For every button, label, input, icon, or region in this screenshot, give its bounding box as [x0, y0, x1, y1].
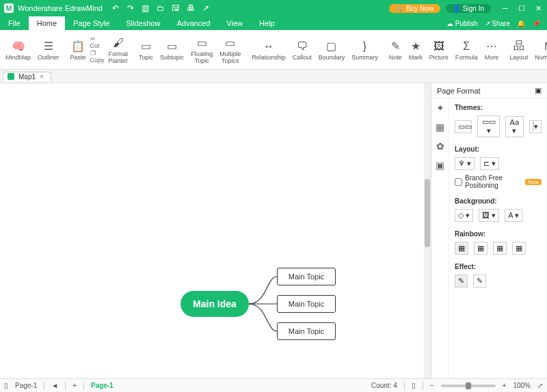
zoom-in-button[interactable]: +	[503, 382, 507, 389]
notification-icon[interactable]: 🔔	[517, 20, 525, 27]
branch-free-label: Branch Free Positioning	[465, 174, 522, 189]
tab-logo-icon	[8, 73, 14, 80]
side-panel-undock-icon[interactable]: ▣	[535, 86, 542, 95]
export-icon[interactable]: ↗	[201, 3, 211, 13]
paste-button[interactable]: 📋Paste	[68, 31, 89, 68]
side-tab-clipart-icon[interactable]: ▣	[436, 160, 444, 171]
fit-page-button[interactable]: ⤢	[537, 382, 543, 389]
publish-button[interactable]: ☁ Publish	[446, 20, 478, 27]
sign-in-button[interactable]: 👤 Sign In	[446, 4, 491, 13]
floating-topic-button[interactable]: ▭Floating Topic	[188, 31, 215, 68]
mindmap-canvas[interactable]: Main Idea Main Topic Main Topic Main Top…	[0, 83, 431, 378]
buy-now-button[interactable]: 🛒 Buy Now	[389, 4, 440, 13]
callout-button[interactable]: 🗨Callout	[290, 31, 315, 68]
format-painter-button[interactable]: 🖌Format Painter	[106, 31, 131, 68]
new-icon[interactable]: ▥	[141, 3, 150, 13]
themes-heading: Themes:	[455, 104, 542, 111]
menu-file[interactable]: File	[0, 16, 29, 30]
open-icon[interactable]: 🗀	[156, 3, 165, 13]
status-add-page[interactable]: +	[72, 382, 77, 389]
numbering-button[interactable]: №Numbering	[532, 31, 547, 68]
zoom-out-button[interactable]: −	[430, 382, 434, 389]
app-title: Wondershare EdrawMind	[18, 4, 103, 12]
app-logo: M	[4, 3, 14, 13]
tab-close-icon[interactable]: ×	[40, 73, 44, 81]
rainbow-3[interactable]: ▦	[493, 242, 507, 255]
background-heading: Background:	[455, 197, 542, 205]
menu-home[interactable]: Home	[29, 16, 65, 30]
branch-free-checkbox[interactable]	[455, 178, 462, 186]
new-badge: New	[525, 179, 542, 185]
outliner-view-button[interactable]: ☰Outliner	[35, 31, 62, 68]
maximize-button[interactable]: ☐	[517, 4, 526, 13]
document-tab[interactable]: Map1 ×	[3, 72, 51, 81]
menu-advanced[interactable]: Advanced	[168, 16, 218, 30]
rainbow-1[interactable]: ▦	[455, 242, 468, 255]
node-topic-1[interactable]: Main Topic	[277, 268, 336, 285]
zoom-slider[interactable]	[441, 384, 496, 387]
tab-label: Map1	[18, 73, 36, 81]
layout-style-1[interactable]: ♆ ▾	[455, 157, 475, 170]
boundary-button[interactable]: ▢Boundary	[316, 31, 348, 68]
status-view-icon[interactable]: ▯	[412, 382, 416, 389]
status-page-name[interactable]: Page-1	[91, 382, 114, 389]
zoom-level[interactable]: 100%	[513, 382, 531, 389]
bg-watermark[interactable]: A ▾	[505, 209, 522, 222]
effect-heading: Effect:	[455, 263, 542, 270]
minimize-button[interactable]: ─	[501, 4, 510, 13]
menu-slideshow[interactable]: Slideshow	[118, 16, 168, 30]
effect-2[interactable]: ✎	[473, 275, 486, 288]
mindmap-view-button[interactable]: 🧠MindMap	[3, 31, 34, 68]
pin-ribbon-icon[interactable]: 📌	[532, 20, 540, 27]
undo-icon[interactable]: ↶	[111, 3, 120, 13]
side-tab-icons-icon[interactable]: ✿	[436, 141, 444, 152]
theme-color[interactable]: ▾	[529, 120, 542, 133]
side-panel-title: Page Format	[437, 87, 481, 95]
menu-view[interactable]: View	[218, 16, 251, 30]
node-topic-3[interactable]: Main Topic	[277, 322, 336, 340]
rainbow-2[interactable]: ▦	[474, 242, 488, 255]
side-tab-theme-icon[interactable]: ▦	[436, 122, 444, 132]
status-pages-icon[interactable]: ▯	[4, 382, 8, 389]
theme-preset-1[interactable]: ▭▭	[455, 120, 472, 133]
bg-image[interactable]: 🖼 ▾	[479, 209, 499, 222]
mark-button[interactable]: ★Mark	[406, 31, 425, 68]
theme-preset-2[interactable]: ▭▭ ▾	[477, 115, 499, 137]
status-prev-page[interactable]: ◄	[51, 382, 58, 389]
copy-button[interactable]: ❐ Copy	[90, 50, 105, 64]
cut-button[interactable]: ✂ Cut	[90, 36, 105, 49]
layout-button[interactable]: 品Layout	[507, 31, 531, 68]
vertical-scrollbar[interactable]	[424, 83, 431, 378]
node-topic-2[interactable]: Main Topic	[277, 295, 336, 313]
picture-button[interactable]: 🖼Picture	[427, 31, 451, 68]
side-tab-style-icon[interactable]: ✦	[436, 102, 444, 113]
layout-heading: Layout:	[455, 145, 542, 153]
subtopic-button[interactable]: ▭Subtopic	[157, 31, 187, 68]
save-icon[interactable]: 🖫	[171, 3, 181, 13]
share-button[interactable]: ↗ Share	[485, 20, 510, 27]
formula-button[interactable]: ΣFormula	[453, 31, 481, 68]
relationship-button[interactable]: ↔Relationship	[249, 31, 289, 68]
menu-help[interactable]: Help	[251, 16, 283, 30]
summary-button[interactable]: }Summary	[349, 31, 381, 68]
print-icon[interactable]: 🖶	[186, 3, 196, 13]
multiple-topics-button[interactable]: ▭Multiple Topics	[217, 31, 243, 68]
effect-1[interactable]: ✎	[455, 275, 468, 288]
status-page-label[interactable]: Page-1	[15, 382, 37, 389]
rainbow-4[interactable]: ▦	[512, 242, 526, 255]
bg-fill[interactable]: ◇ ▾	[455, 209, 473, 222]
redo-icon[interactable]: ↷	[126, 3, 135, 13]
topic-button[interactable]: ▭Topic	[136, 31, 156, 68]
rainbow-heading: Rainbow:	[455, 230, 542, 238]
status-count: Count: 4	[371, 382, 397, 389]
theme-font[interactable]: Aa ▾	[505, 116, 524, 137]
layout-style-2[interactable]: ⊏ ▾	[480, 157, 499, 170]
close-button[interactable]: ✕	[533, 4, 543, 13]
node-main-idea[interactable]: Main Idea	[181, 291, 249, 317]
note-button[interactable]: ✎Note	[386, 31, 405, 68]
menu-page-style[interactable]: Page Style	[65, 16, 118, 30]
more-button[interactable]: ⋯More	[482, 31, 502, 68]
